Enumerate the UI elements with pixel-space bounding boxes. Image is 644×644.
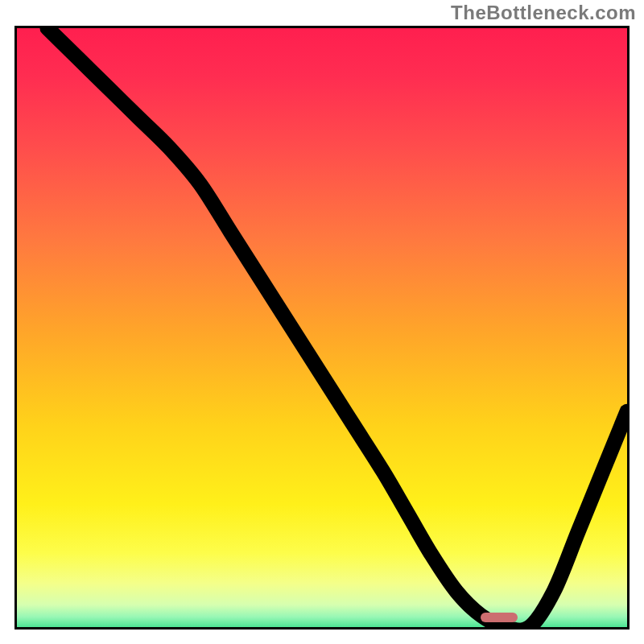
plot-area bbox=[14, 26, 630, 630]
watermark-text: TheBottleneck.com bbox=[451, 2, 636, 24]
optimal-marker bbox=[481, 613, 517, 622]
bottleneck-curve bbox=[17, 28, 627, 627]
chart-frame: TheBottleneck.com bbox=[0, 0, 644, 644]
